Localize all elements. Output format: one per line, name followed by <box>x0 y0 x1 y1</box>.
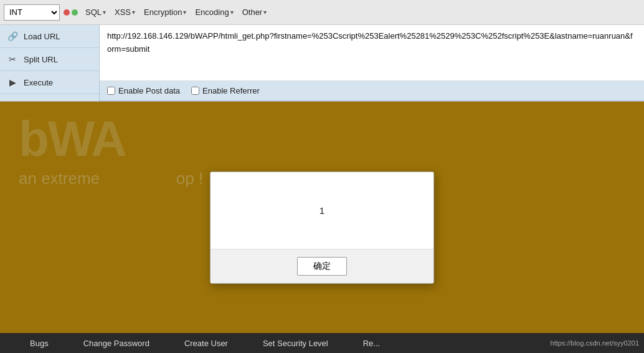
url-display: http://192.168.146.129/bWAPP/htmli_get.p… <box>100 25 644 81</box>
menu-bar: SQL ▾ XSS ▾ Encryption ▾ Encoding ▾ Othe… <box>85 7 267 17</box>
other-arrow-icon: ▾ <box>263 9 267 16</box>
dialog-body: 1 <box>211 172 433 249</box>
url-sidebar: 🔗 Load URL ✂ Split URL ▶ Execute <box>0 25 100 101</box>
enable-post-label[interactable]: Enable Post data <box>107 86 180 95</box>
int-dropdown[interactable]: INT STR <box>4 4 60 21</box>
menu-encryption[interactable]: Encryption ▾ <box>144 7 186 17</box>
sql-arrow-icon: ▾ <box>103 9 106 16</box>
menu-sql[interactable]: SQL ▾ <box>85 7 106 17</box>
nav-item-create-user[interactable]: Create User <box>167 333 245 353</box>
nav-item-bugs[interactable]: Bugs <box>12 333 66 353</box>
enable-referrer-checkbox[interactable] <box>191 87 199 95</box>
dialog-message: 1 <box>320 205 324 216</box>
top-toolbar: INT STR SQL ▾ XSS ▾ Encryption ▾ Encodin… <box>0 0 644 25</box>
sidebar-item-execute[interactable]: ▶ Execute <box>0 71 99 94</box>
options-bar: Enable Post data Enable Referrer <box>100 81 644 101</box>
encryption-arrow-icon: ▾ <box>183 9 186 16</box>
enable-referrer-label[interactable]: Enable Referrer <box>191 86 260 95</box>
menu-xss[interactable]: XSS ▾ <box>115 7 135 17</box>
content-area: bWA an extreme op ! 1 确定 Bugs Change Pa <box>0 102 644 353</box>
alert-dialog: 1 确定 <box>210 172 434 284</box>
dot-red-icon <box>64 9 70 16</box>
status-url: https://blog.csdn.net/syy0201 <box>551 333 639 353</box>
dialog-confirm-button[interactable]: 确定 <box>297 257 347 276</box>
status-dots <box>64 9 78 16</box>
encoding-arrow-icon: ▾ <box>230 9 234 16</box>
split-url-icon: ✂ <box>6 53 19 65</box>
bottom-nav-bar: Bugs Change Password Create User Set Sec… <box>0 333 644 353</box>
dot-green-icon <box>72 9 78 16</box>
execute-icon: ▶ <box>6 76 19 89</box>
enable-post-checkbox[interactable] <box>107 87 115 95</box>
menu-other[interactable]: Other ▾ <box>242 7 267 17</box>
xss-arrow-icon: ▾ <box>132 9 135 16</box>
nav-item-change-password[interactable]: Change Password <box>66 333 167 353</box>
sidebar-item-load-url[interactable]: 🔗 Load URL <box>0 25 99 48</box>
url-row: 🔗 Load URL ✂ Split URL ▶ Execute http://… <box>0 25 644 102</box>
dialog-overlay: 1 确定 <box>0 102 644 353</box>
url-right-panel: http://192.168.146.129/bWAPP/htmli_get.p… <box>100 25 644 101</box>
load-url-icon: 🔗 <box>6 30 19 42</box>
dialog-footer: 确定 <box>211 249 433 283</box>
nav-item-set-security[interactable]: Set Security Level <box>245 333 346 353</box>
app-window: INT STR SQL ▾ XSS ▾ Encryption ▾ Encodin… <box>0 0 644 353</box>
sidebar-item-split-url[interactable]: ✂ Split URL <box>0 48 99 71</box>
nav-item-more[interactable]: Re... <box>346 333 397 353</box>
menu-encoding[interactable]: Encoding ▾ <box>195 7 233 17</box>
